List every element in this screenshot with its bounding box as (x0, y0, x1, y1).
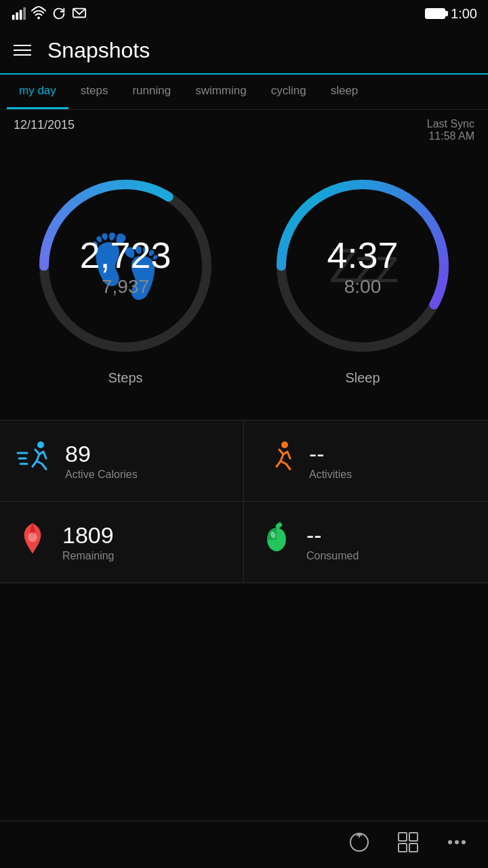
stat-remaining[interactable]: 1809 Remaining (0, 502, 244, 583)
status-right: 1:00 (425, 6, 477, 22)
active-calories-text: 89 Active Calories (65, 441, 138, 481)
sleep-widget: Zzz 4:37 8:00 Sleep (268, 171, 458, 386)
signal-icon (11, 6, 26, 21)
consumed-value: -- (306, 522, 359, 549)
status-bar: 1:00 (0, 0, 488, 27)
grid-view-button[interactable] (397, 831, 419, 858)
svg-rect-19 (399, 833, 407, 841)
stat-consumed[interactable]: -- Consumed (244, 502, 488, 583)
remaining-label: Remaining (62, 550, 114, 562)
svg-point-13 (37, 441, 44, 448)
hamburger-menu[interactable] (14, 45, 31, 56)
tab-swimming[interactable]: swimming (183, 75, 259, 109)
svg-rect-22 (409, 844, 418, 852)
sync-info: Last Sync 11:58 AM (427, 118, 474, 142)
steps-widget: 👣 2,723 7,937 Steps (30, 171, 220, 386)
svg-rect-3 (23, 7, 26, 20)
active-calories-label: Active Calories (65, 469, 138, 481)
steps-inner: 2,723 7,937 (79, 234, 171, 298)
steps-goal: 7,937 (79, 276, 171, 298)
svg-rect-20 (409, 833, 418, 841)
activities-icon (260, 439, 296, 482)
circles-section: 👣 2,723 7,937 Steps (0, 151, 488, 399)
sync-time: 11:58 AM (427, 130, 474, 142)
steps-value: 2,723 (79, 234, 171, 276)
status-time: 1:00 (451, 6, 477, 22)
svg-point-4 (37, 17, 40, 20)
activities-value: -- (309, 441, 352, 467)
stat-active-calories[interactable]: 89 Active Calories (0, 420, 244, 502)
tab-running[interactable]: running (120, 75, 183, 109)
refresh-button[interactable] (348, 831, 370, 858)
svg-point-25 (462, 840, 466, 844)
svg-rect-21 (399, 844, 407, 852)
app-header: Snapshots (0, 27, 488, 75)
more-options-button[interactable] (446, 831, 468, 858)
battery-icon (425, 8, 445, 19)
sleep-circle: Zzz 4:37 8:00 (268, 171, 458, 361)
sleep-goal: 8:00 (327, 276, 398, 298)
wifi-icon (31, 6, 46, 21)
steps-circle: 👣 2,723 7,937 (30, 171, 220, 361)
stat-activities[interactable]: -- Activities (244, 420, 488, 502)
active-calories-value: 89 (65, 441, 138, 467)
sync-label: Last Sync (427, 118, 474, 130)
steps-label: Steps (108, 370, 142, 386)
stats-grid: 89 Active Calories -- Activities (0, 420, 488, 583)
date-row: 12/11/2015 Last Sync 11:58 AM (0, 110, 488, 151)
activities-text: -- Activities (309, 441, 352, 481)
svg-point-14 (281, 441, 288, 448)
svg-point-24 (455, 840, 459, 844)
svg-rect-0 (12, 15, 15, 20)
svg-rect-1 (16, 12, 18, 20)
app-title: Snapshots (47, 38, 150, 63)
consumed-icon (260, 521, 293, 564)
tab-cycling[interactable]: cycling (259, 75, 319, 109)
remaining-value: 1809 (62, 522, 114, 549)
svg-rect-2 (20, 10, 22, 20)
active-calories-icon (16, 439, 52, 482)
consumed-label: Consumed (306, 550, 359, 562)
svg-point-23 (448, 840, 452, 844)
message-icon (72, 6, 87, 21)
remaining-icon (16, 521, 49, 564)
bottom-bar (0, 821, 488, 868)
tab-sleep[interactable]: sleep (319, 75, 371, 109)
activities-label: Activities (309, 469, 352, 481)
consumed-text: -- Consumed (306, 522, 359, 562)
current-date: 12/11/2015 (14, 118, 75, 132)
svg-point-15 (28, 532, 37, 542)
sleep-value: 4:37 (327, 234, 398, 276)
status-icons (11, 6, 87, 21)
remaining-text: 1809 Remaining (62, 522, 114, 562)
tab-my-day[interactable]: my day (7, 75, 68, 109)
refresh-icon (52, 6, 66, 21)
nav-tabs: my day steps running swimming cycling sl… (0, 75, 488, 110)
sleep-label: Sleep (345, 370, 380, 386)
tab-steps[interactable]: steps (68, 75, 121, 109)
sleep-inner: 4:37 8:00 (327, 234, 398, 298)
